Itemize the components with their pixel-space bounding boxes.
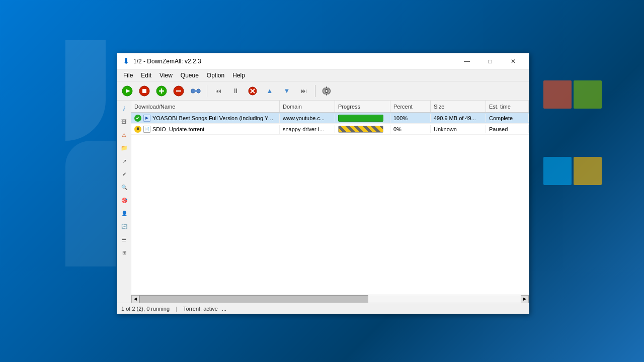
col-header-domain[interactable]: Domain bbox=[280, 101, 335, 112]
status-count: 1 of 2 (2), 0 running bbox=[121, 306, 170, 312]
delete-icon bbox=[173, 85, 184, 97]
scroll-thumb[interactable] bbox=[139, 295, 368, 303]
search-icon: 🔍 bbox=[121, 185, 127, 190]
info-icon: i bbox=[123, 106, 125, 112]
skip-back-button[interactable]: ⏮ bbox=[210, 83, 226, 99]
status-dots: ... bbox=[222, 306, 226, 312]
maximize-button[interactable]: □ bbox=[478, 54, 502, 69]
row-2-name: ⏸ 📄 SDIO_Update.torrent bbox=[131, 125, 280, 134]
status-torrent: Torrent: active bbox=[183, 306, 218, 312]
move-down-button[interactable]: ▼ bbox=[279, 83, 295, 99]
menu-edit[interactable]: Edit bbox=[137, 70, 155, 81]
pause-icon: ⏸ bbox=[232, 87, 239, 95]
menu-view[interactable]: View bbox=[155, 70, 177, 81]
move-end-button[interactable]: ⏭ bbox=[296, 83, 312, 99]
table-header: Download/Name Domain Progress Percent Si… bbox=[131, 101, 529, 113]
row-2-esttime: Paused bbox=[486, 125, 529, 133]
row-1-domain: www.youtube.c... bbox=[280, 114, 335, 122]
person-icon: 👤 bbox=[121, 211, 127, 216]
play-icon bbox=[122, 85, 133, 97]
svg-point-16 bbox=[325, 89, 328, 93]
pause-button[interactable]: ⏸ bbox=[227, 83, 244, 99]
refresh-icon: 🔄 bbox=[121, 224, 127, 229]
toolbar-sep-2 bbox=[315, 85, 315, 97]
content-area: i 🖼 ⚠ 📁 ↗ ✔ 🔍 🎯 👤 bbox=[117, 101, 529, 303]
move-up-icon: ▲ bbox=[267, 87, 273, 95]
sidebar-warning-button[interactable]: ⚠ bbox=[118, 129, 130, 141]
cancel-button[interactable] bbox=[245, 83, 261, 99]
menu-bar: File Edit View Queue Option Help bbox=[117, 69, 529, 81]
folder-icon: 📁 bbox=[121, 145, 128, 151]
col-header-percent[interactable]: Percent bbox=[390, 101, 431, 112]
col-header-esttime[interactable]: Est. time bbox=[486, 101, 529, 112]
col-header-name[interactable]: Download/Name bbox=[131, 101, 280, 112]
progress-bar-complete bbox=[338, 115, 383, 122]
find-button[interactable] bbox=[188, 83, 204, 99]
sidebar: i 🖼 ⚠ 📁 ↗ ✔ 🔍 🎯 👤 bbox=[117, 101, 131, 303]
col-header-size[interactable]: Size bbox=[431, 101, 486, 112]
menu-option[interactable]: Option bbox=[203, 70, 228, 81]
h-scrollbar: ◀ ▶ bbox=[131, 295, 529, 303]
sidebar-refresh-button[interactable]: 🔄 bbox=[118, 220, 130, 232]
window-controls: — □ ✕ bbox=[455, 54, 525, 69]
svg-rect-3 bbox=[142, 89, 146, 93]
delete-button[interactable] bbox=[171, 83, 187, 99]
video-file-icon: ▶ bbox=[143, 115, 150, 122]
move-up-button[interactable]: ▲ bbox=[262, 83, 278, 99]
scroll-left-arrow[interactable]: ◀ bbox=[131, 295, 139, 303]
app-icon: ⬇ bbox=[121, 57, 130, 66]
sidebar-export-button[interactable]: ↗ bbox=[118, 155, 130, 167]
row-2-size: Unknown bbox=[431, 125, 486, 133]
sidebar-person-button[interactable]: 👤 bbox=[118, 207, 130, 219]
settings-button[interactable] bbox=[318, 83, 335, 99]
settings-icon bbox=[321, 86, 332, 96]
play-button[interactable] bbox=[119, 83, 135, 99]
status-icon-complete: ✔ bbox=[134, 115, 141, 122]
menu-queue[interactable]: Queue bbox=[177, 70, 203, 81]
sidebar-info-button[interactable]: i bbox=[118, 103, 130, 115]
add-icon bbox=[156, 85, 167, 97]
stop-icon bbox=[139, 85, 150, 97]
row-1-name: ✔ ▶ YOASOBI Best Songs Full Version (Inc… bbox=[131, 114, 280, 123]
grid-icon: ⊞ bbox=[122, 250, 126, 255]
status-sep: | bbox=[176, 306, 177, 312]
torrent-file-icon: 📄 bbox=[143, 126, 150, 133]
app-window: ⬇ 1/2 - DownZemAll: v2.2.3 — □ ✕ File Ed… bbox=[117, 53, 529, 314]
table-row[interactable]: ⏸ 📄 SDIO_Update.torrent snappy-driver-i.… bbox=[131, 124, 529, 135]
table-body: ✔ ▶ YOASOBI Best Songs Full Version (Inc… bbox=[131, 113, 529, 295]
col-header-progress[interactable]: Progress bbox=[335, 101, 390, 112]
sidebar-folder-button[interactable]: 📁 bbox=[118, 142, 130, 154]
minimize-button[interactable]: — bbox=[455, 54, 478, 69]
row-2-progress bbox=[335, 125, 390, 134]
add-button[interactable] bbox=[153, 83, 170, 99]
scroll-right-arrow[interactable]: ▶ bbox=[521, 295, 529, 303]
window-title: 1/2 - DownZemAll: v2.2.3 bbox=[133, 58, 455, 65]
close-button[interactable]: ✕ bbox=[502, 54, 525, 69]
sidebar-check-button[interactable]: ✔ bbox=[118, 168, 130, 180]
row-1-percent: 100% bbox=[390, 114, 431, 122]
sidebar-target-button[interactable]: 🎯 bbox=[118, 194, 130, 206]
skip-back-icon: ⏮ bbox=[215, 87, 221, 95]
row-1-size: 490.9 MB of 49... bbox=[431, 114, 486, 122]
scroll-track[interactable] bbox=[139, 295, 521, 303]
export-icon: ↗ bbox=[122, 158, 126, 164]
sidebar-list-button[interactable]: ☰ bbox=[118, 233, 130, 245]
svg-rect-10 bbox=[197, 89, 200, 93]
toolbar-sep-1 bbox=[207, 85, 207, 97]
svg-rect-9 bbox=[191, 89, 195, 93]
sidebar-grid-button[interactable]: ⊞ bbox=[118, 246, 130, 258]
sidebar-search-button[interactable]: 🔍 bbox=[118, 181, 130, 193]
table-row[interactable]: ✔ ▶ YOASOBI Best Songs Full Version (Inc… bbox=[131, 113, 529, 124]
cancel-icon bbox=[248, 86, 257, 96]
list-icon: ☰ bbox=[122, 237, 126, 242]
row-2-percent: 0% bbox=[390, 125, 431, 133]
sidebar-thumbnail-button[interactable]: 🖼 bbox=[118, 116, 130, 128]
row-2-domain: snappy-driver-i... bbox=[280, 125, 335, 133]
stop-button[interactable] bbox=[136, 83, 152, 99]
warning-icon: ⚠ bbox=[122, 132, 126, 138]
menu-file[interactable]: File bbox=[119, 70, 137, 81]
list-area: Download/Name Domain Progress Percent Si… bbox=[131, 101, 529, 303]
menu-help[interactable]: Help bbox=[228, 70, 249, 81]
thumbnail-icon: 🖼 bbox=[121, 119, 127, 125]
status-bar: 1 of 2 (2), 0 running | Torrent: active … bbox=[117, 303, 529, 314]
